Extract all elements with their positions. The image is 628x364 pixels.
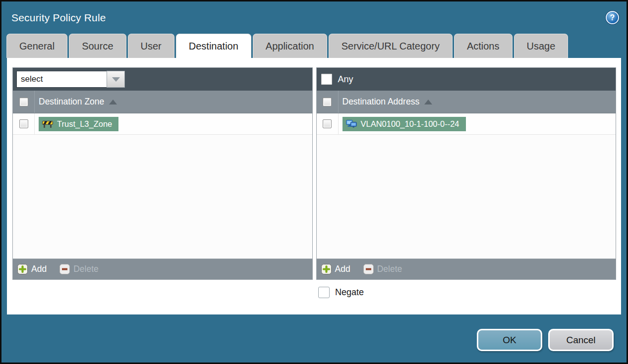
delete-button[interactable]: Delete bbox=[363, 264, 402, 274]
negate-row: Negate bbox=[318, 287, 616, 298]
tab-strip: General Source User Destination Applicat… bbox=[1, 34, 627, 58]
table-row: Trust_L3_Zone bbox=[13, 113, 312, 135]
title-bar: Security Policy Rule ? bbox=[1, 1, 627, 34]
delete-button[interactable]: Delete bbox=[59, 264, 99, 274]
address-value-label: VLAN0100_10-1-100-0--24 bbox=[361, 119, 459, 129]
add-icon bbox=[321, 264, 332, 274]
zone-panel-footer-toolbar: Add Delete bbox=[13, 259, 312, 279]
address-table-body: VLAN0100_10-1-100-0--24 bbox=[317, 113, 616, 259]
dialog-title: Security Policy Rule bbox=[11, 12, 106, 24]
tab-user[interactable]: User bbox=[128, 34, 174, 58]
chevron-down-icon bbox=[112, 77, 120, 82]
tab-destination[interactable]: Destination bbox=[176, 34, 251, 58]
cancel-button[interactable]: Cancel bbox=[548, 329, 614, 351]
zone-column-header: Destination Zone bbox=[13, 91, 312, 113]
zone-column-title[interactable]: Destination Zone bbox=[39, 97, 104, 107]
zone-select-value[interactable]: select bbox=[16, 71, 107, 88]
address-value-chip[interactable]: VLAN0100_10-1-100-0--24 bbox=[343, 117, 466, 131]
zone-select-dropdown[interactable]: select bbox=[16, 71, 125, 88]
address-row-checkbox[interactable] bbox=[323, 119, 332, 128]
destination-zone-panel: select Destination Zone bbox=[12, 67, 313, 280]
tab-usage[interactable]: Usage bbox=[514, 34, 569, 58]
sort-asc-icon bbox=[424, 100, 432, 104]
destination-address-panel: Any Destination Address bbox=[316, 67, 617, 280]
network-address-icon bbox=[346, 120, 357, 128]
add-icon bbox=[17, 264, 28, 274]
zone-table-body: Trust_L3_Zone bbox=[13, 113, 312, 259]
any-checkbox[interactable] bbox=[321, 74, 332, 85]
address-panel-footer-toolbar: Add Delete bbox=[317, 259, 616, 279]
add-button[interactable]: Add bbox=[17, 264, 47, 274]
add-button[interactable]: Add bbox=[321, 264, 350, 274]
dropdown-arrow-button[interactable] bbox=[107, 71, 125, 88]
address-column-title[interactable]: Destination Address bbox=[343, 97, 420, 107]
zone-value-label: Trust_L3_Zone bbox=[57, 119, 112, 129]
zone-panel-toolbar: select bbox=[13, 68, 312, 91]
tab-general[interactable]: General bbox=[6, 34, 67, 58]
table-row: VLAN0100_10-1-100-0--24 bbox=[317, 113, 616, 135]
sort-asc-icon bbox=[109, 100, 117, 104]
tab-source[interactable]: Source bbox=[69, 34, 126, 58]
select-all-zones-checkbox[interactable] bbox=[19, 98, 28, 106]
delete-icon bbox=[363, 264, 374, 274]
tab-application[interactable]: Application bbox=[253, 34, 327, 58]
security-policy-rule-dialog: Security Policy Rule ? General Source Us… bbox=[0, 0, 628, 364]
any-label: Any bbox=[338, 74, 353, 85]
zone-row-checkbox[interactable] bbox=[19, 119, 28, 128]
zone-value-chip[interactable]: Trust_L3_Zone bbox=[39, 117, 118, 131]
destination-tab-content: select Destination Zone bbox=[7, 58, 621, 314]
ok-button[interactable]: OK bbox=[477, 329, 542, 351]
address-panel-toolbar: Any bbox=[317, 68, 616, 91]
negate-label: Negate bbox=[335, 287, 364, 298]
zone-barrier-icon bbox=[42, 120, 53, 128]
delete-icon bbox=[59, 264, 70, 274]
tab-actions[interactable]: Actions bbox=[454, 34, 513, 58]
select-all-addresses-checkbox[interactable] bbox=[323, 98, 332, 106]
address-column-header: Destination Address bbox=[317, 91, 616, 113]
tab-service-url-category[interactable]: Service/URL Category bbox=[329, 34, 453, 58]
dialog-footer: OK Cancel bbox=[1, 314, 627, 363]
negate-checkbox[interactable] bbox=[318, 287, 330, 298]
help-icon[interactable]: ? bbox=[606, 11, 619, 24]
